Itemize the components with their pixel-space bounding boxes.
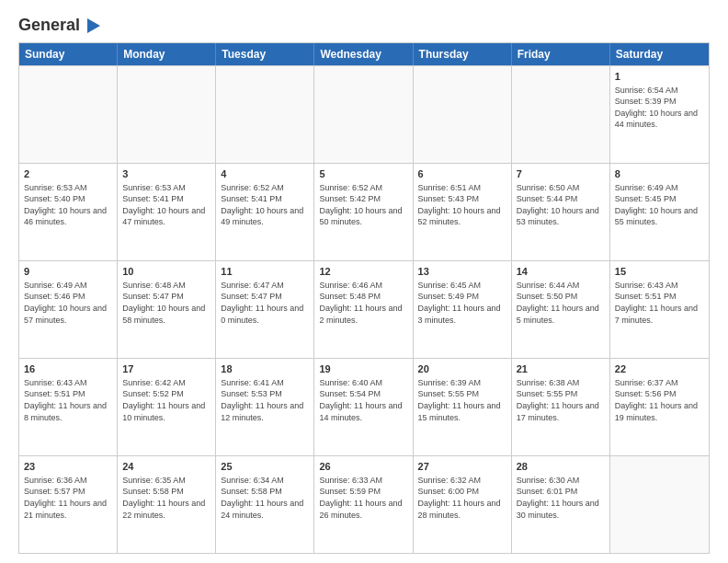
logo-triangle-icon <box>87 18 100 33</box>
day-number: 19 <box>319 362 407 376</box>
calendar-cell: 26Sunrise: 6:33 AM Sunset: 5:59 PM Dayli… <box>314 456 413 553</box>
weekday-header-friday: Friday <box>512 43 610 65</box>
day-info: Sunrise: 6:44 AM Sunset: 5:50 PM Dayligh… <box>517 280 605 326</box>
calendar-cell: 2Sunrise: 6:53 AM Sunset: 5:40 PM Daylig… <box>19 164 118 260</box>
day-info: Sunrise: 6:43 AM Sunset: 5:51 PM Dayligh… <box>24 377 112 423</box>
calendar-cell: 20Sunrise: 6:39 AM Sunset: 5:55 PM Dayli… <box>414 359 512 455</box>
day-number: 22 <box>615 362 704 376</box>
day-info: Sunrise: 6:43 AM Sunset: 5:51 PM Dayligh… <box>615 280 704 326</box>
calendar-cell: 8Sunrise: 6:49 AM Sunset: 5:45 PM Daylig… <box>610 164 709 260</box>
calendar-cell: 12Sunrise: 6:46 AM Sunset: 5:48 PM Dayli… <box>314 261 413 358</box>
day-number: 7 <box>517 167 605 181</box>
day-info: Sunrise: 6:32 AM Sunset: 6:00 PM Dayligh… <box>418 475 506 521</box>
day-info: Sunrise: 6:52 AM Sunset: 5:41 PM Dayligh… <box>221 182 309 228</box>
day-info: Sunrise: 6:33 AM Sunset: 5:59 PM Dayligh… <box>319 475 407 521</box>
calendar-cell: 7Sunrise: 6:50 AM Sunset: 5:44 PM Daylig… <box>512 164 610 260</box>
calendar-cell: 11Sunrise: 6:47 AM Sunset: 5:47 PM Dayli… <box>216 261 314 358</box>
day-number: 28 <box>517 460 605 474</box>
calendar-row-1: 1Sunrise: 6:54 AM Sunset: 5:39 PM Daylig… <box>19 65 709 163</box>
day-info: Sunrise: 6:51 AM Sunset: 5:43 PM Dayligh… <box>418 182 506 228</box>
day-number: 10 <box>122 265 210 279</box>
calendar-cell: 16Sunrise: 6:43 AM Sunset: 5:51 PM Dayli… <box>19 359 118 455</box>
calendar-row-4: 16Sunrise: 6:43 AM Sunset: 5:51 PM Dayli… <box>19 358 709 455</box>
day-number: 17 <box>122 362 210 376</box>
calendar-cell: 13Sunrise: 6:45 AM Sunset: 5:49 PM Dayli… <box>414 261 512 358</box>
day-number: 15 <box>615 265 704 279</box>
calendar-header: SundayMondayTuesdayWednesdayThursdayFrid… <box>19 43 709 65</box>
day-info: Sunrise: 6:34 AM Sunset: 5:58 PM Dayligh… <box>221 475 309 521</box>
calendar-cell: 23Sunrise: 6:36 AM Sunset: 5:57 PM Dayli… <box>19 456 118 553</box>
day-info: Sunrise: 6:54 AM Sunset: 5:39 PM Dayligh… <box>615 85 704 131</box>
calendar-cell: 14Sunrise: 6:44 AM Sunset: 5:50 PM Dayli… <box>512 261 610 358</box>
day-info: Sunrise: 6:49 AM Sunset: 5:45 PM Dayligh… <box>615 182 704 228</box>
day-number: 1 <box>615 70 704 84</box>
calendar-cell <box>610 456 709 553</box>
day-info: Sunrise: 6:45 AM Sunset: 5:49 PM Dayligh… <box>418 280 506 326</box>
calendar-cell: 25Sunrise: 6:34 AM Sunset: 5:58 PM Dayli… <box>216 456 314 553</box>
calendar-cell: 17Sunrise: 6:42 AM Sunset: 5:52 PM Dayli… <box>118 359 216 455</box>
calendar-body: 1Sunrise: 6:54 AM Sunset: 5:39 PM Daylig… <box>19 65 709 553</box>
calendar-cell <box>118 66 216 163</box>
calendar-cell: 1Sunrise: 6:54 AM Sunset: 5:39 PM Daylig… <box>610 66 709 163</box>
weekday-header-monday: Monday <box>118 43 216 65</box>
day-number: 6 <box>418 167 506 181</box>
day-number: 8 <box>615 167 704 181</box>
day-number: 18 <box>221 362 309 376</box>
day-info: Sunrise: 6:53 AM Sunset: 5:41 PM Dayligh… <box>122 182 210 228</box>
day-info: Sunrise: 6:30 AM Sunset: 6:01 PM Dayligh… <box>517 475 605 521</box>
calendar-cell: 24Sunrise: 6:35 AM Sunset: 5:58 PM Dayli… <box>118 456 216 553</box>
day-info: Sunrise: 6:38 AM Sunset: 5:55 PM Dayligh… <box>517 377 605 423</box>
day-number: 13 <box>418 265 506 279</box>
day-number: 21 <box>517 362 605 376</box>
day-number: 14 <box>517 265 605 279</box>
calendar-cell <box>414 66 512 163</box>
day-number: 9 <box>24 265 112 279</box>
day-info: Sunrise: 6:42 AM Sunset: 5:52 PM Dayligh… <box>122 377 210 423</box>
calendar-cell: 18Sunrise: 6:41 AM Sunset: 5:53 PM Dayli… <box>216 359 314 455</box>
calendar-cell <box>19 66 118 163</box>
calendar-cell: 21Sunrise: 6:38 AM Sunset: 5:55 PM Dayli… <box>512 359 610 455</box>
weekday-header-saturday: Saturday <box>610 43 709 65</box>
day-number: 24 <box>122 460 210 474</box>
calendar: SundayMondayTuesdayWednesdayThursdayFrid… <box>18 42 710 554</box>
page: General SundayMondayTuesdayWednesdayThur… <box>0 0 728 563</box>
day-info: Sunrise: 6:50 AM Sunset: 5:44 PM Dayligh… <box>517 182 605 228</box>
calendar-cell: 15Sunrise: 6:43 AM Sunset: 5:51 PM Dayli… <box>610 261 709 358</box>
calendar-cell: 19Sunrise: 6:40 AM Sunset: 5:54 PM Dayli… <box>314 359 413 455</box>
day-info: Sunrise: 6:49 AM Sunset: 5:46 PM Dayligh… <box>24 280 112 326</box>
calendar-cell <box>512 66 610 163</box>
day-number: 2 <box>24 167 112 181</box>
day-number: 3 <box>122 167 210 181</box>
day-number: 25 <box>221 460 309 474</box>
day-number: 5 <box>319 167 407 181</box>
day-info: Sunrise: 6:47 AM Sunset: 5:47 PM Dayligh… <box>221 280 309 326</box>
day-info: Sunrise: 6:53 AM Sunset: 5:40 PM Dayligh… <box>24 182 112 228</box>
logo: General <box>18 17 100 33</box>
day-number: 23 <box>24 460 112 474</box>
calendar-cell: 27Sunrise: 6:32 AM Sunset: 6:00 PM Dayli… <box>414 456 512 553</box>
calendar-row-5: 23Sunrise: 6:36 AM Sunset: 5:57 PM Dayli… <box>19 455 709 553</box>
calendar-row-3: 9Sunrise: 6:49 AM Sunset: 5:46 PM Daylig… <box>19 260 709 358</box>
day-info: Sunrise: 6:35 AM Sunset: 5:58 PM Dayligh… <box>122 475 210 521</box>
header: General <box>18 17 710 33</box>
day-number: 11 <box>221 265 309 279</box>
day-number: 20 <box>418 362 506 376</box>
calendar-cell: 10Sunrise: 6:48 AM Sunset: 5:47 PM Dayli… <box>118 261 216 358</box>
weekday-header-sunday: Sunday <box>19 43 118 65</box>
calendar-cell <box>314 66 413 163</box>
day-info: Sunrise: 6:40 AM Sunset: 5:54 PM Dayligh… <box>319 377 407 423</box>
day-info: Sunrise: 6:52 AM Sunset: 5:42 PM Dayligh… <box>319 182 407 228</box>
calendar-cell: 4Sunrise: 6:52 AM Sunset: 5:41 PM Daylig… <box>216 164 314 260</box>
day-number: 12 <box>319 265 407 279</box>
weekday-header-tuesday: Tuesday <box>216 43 314 65</box>
day-info: Sunrise: 6:46 AM Sunset: 5:48 PM Dayligh… <box>319 280 407 326</box>
day-info: Sunrise: 6:37 AM Sunset: 5:56 PM Dayligh… <box>615 377 704 423</box>
calendar-cell: 5Sunrise: 6:52 AM Sunset: 5:42 PM Daylig… <box>314 164 413 260</box>
day-number: 26 <box>319 460 407 474</box>
calendar-cell: 3Sunrise: 6:53 AM Sunset: 5:41 PM Daylig… <box>118 164 216 260</box>
day-number: 16 <box>24 362 112 376</box>
day-info: Sunrise: 6:39 AM Sunset: 5:55 PM Dayligh… <box>418 377 506 423</box>
day-info: Sunrise: 6:36 AM Sunset: 5:57 PM Dayligh… <box>24 475 112 521</box>
logo-text: General <box>18 17 100 35</box>
calendar-cell <box>216 66 314 163</box>
